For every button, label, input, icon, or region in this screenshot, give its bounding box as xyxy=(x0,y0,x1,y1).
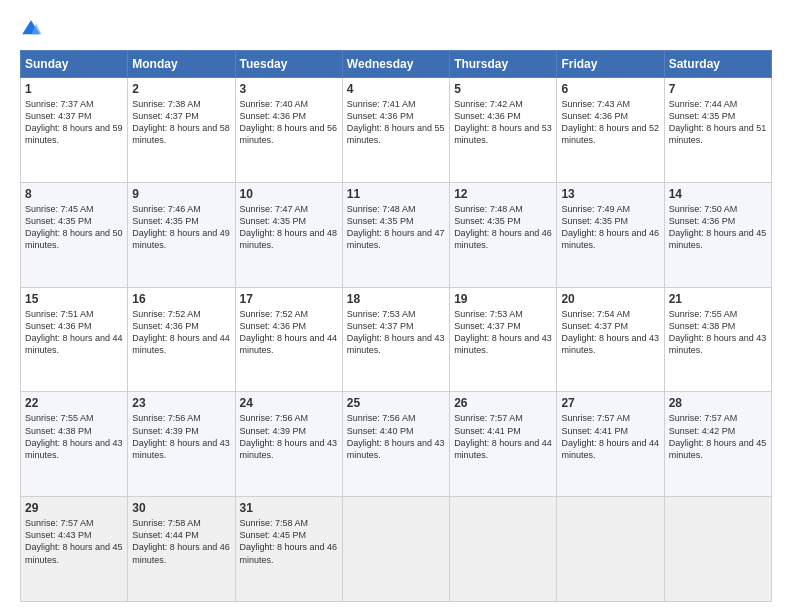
cell-info: Sunrise: 7:58 AM Sunset: 4:45 PM Dayligh… xyxy=(240,517,338,566)
day-number: 13 xyxy=(561,187,659,201)
day-number: 10 xyxy=(240,187,338,201)
day-number: 27 xyxy=(561,396,659,410)
calendar-cell: 7Sunrise: 7:44 AM Sunset: 4:35 PM Daylig… xyxy=(664,78,771,183)
day-number: 12 xyxy=(454,187,552,201)
day-number: 17 xyxy=(240,292,338,306)
calendar-header-row: SundayMondayTuesdayWednesdayThursdayFrid… xyxy=(21,51,772,78)
cell-info: Sunrise: 7:46 AM Sunset: 4:35 PM Dayligh… xyxy=(132,203,230,252)
cell-info: Sunrise: 7:52 AM Sunset: 4:36 PM Dayligh… xyxy=(132,308,230,357)
cell-info: Sunrise: 7:37 AM Sunset: 4:37 PM Dayligh… xyxy=(25,98,123,147)
day-number: 14 xyxy=(669,187,767,201)
calendar-cell xyxy=(450,497,557,602)
day-number: 7 xyxy=(669,82,767,96)
header xyxy=(20,18,772,40)
day-number: 11 xyxy=(347,187,445,201)
calendar-cell: 3Sunrise: 7:40 AM Sunset: 4:36 PM Daylig… xyxy=(235,78,342,183)
cell-info: Sunrise: 7:55 AM Sunset: 4:38 PM Dayligh… xyxy=(25,412,123,461)
cell-info: Sunrise: 7:55 AM Sunset: 4:38 PM Dayligh… xyxy=(669,308,767,357)
day-number: 22 xyxy=(25,396,123,410)
calendar-cell: 22Sunrise: 7:55 AM Sunset: 4:38 PM Dayli… xyxy=(21,392,128,497)
calendar-cell: 12Sunrise: 7:48 AM Sunset: 4:35 PM Dayli… xyxy=(450,182,557,287)
day-number: 15 xyxy=(25,292,123,306)
calendar-day-header: Saturday xyxy=(664,51,771,78)
calendar-day-header: Tuesday xyxy=(235,51,342,78)
calendar-cell: 13Sunrise: 7:49 AM Sunset: 4:35 PM Dayli… xyxy=(557,182,664,287)
cell-info: Sunrise: 7:58 AM Sunset: 4:44 PM Dayligh… xyxy=(132,517,230,566)
page: SundayMondayTuesdayWednesdayThursdayFrid… xyxy=(0,0,792,612)
cell-info: Sunrise: 7:56 AM Sunset: 4:39 PM Dayligh… xyxy=(132,412,230,461)
day-number: 8 xyxy=(25,187,123,201)
calendar-cell: 20Sunrise: 7:54 AM Sunset: 4:37 PM Dayli… xyxy=(557,287,664,392)
day-number: 24 xyxy=(240,396,338,410)
cell-info: Sunrise: 7:41 AM Sunset: 4:36 PM Dayligh… xyxy=(347,98,445,147)
cell-info: Sunrise: 7:44 AM Sunset: 4:35 PM Dayligh… xyxy=(669,98,767,147)
calendar-cell: 19Sunrise: 7:53 AM Sunset: 4:37 PM Dayli… xyxy=(450,287,557,392)
cell-info: Sunrise: 7:56 AM Sunset: 4:39 PM Dayligh… xyxy=(240,412,338,461)
day-number: 31 xyxy=(240,501,338,515)
calendar-week-row: 22Sunrise: 7:55 AM Sunset: 4:38 PM Dayli… xyxy=(21,392,772,497)
calendar-cell: 2Sunrise: 7:38 AM Sunset: 4:37 PM Daylig… xyxy=(128,78,235,183)
calendar-week-row: 1Sunrise: 7:37 AM Sunset: 4:37 PM Daylig… xyxy=(21,78,772,183)
day-number: 1 xyxy=(25,82,123,96)
calendar-cell: 27Sunrise: 7:57 AM Sunset: 4:41 PM Dayli… xyxy=(557,392,664,497)
cell-info: Sunrise: 7:52 AM Sunset: 4:36 PM Dayligh… xyxy=(240,308,338,357)
cell-info: Sunrise: 7:53 AM Sunset: 4:37 PM Dayligh… xyxy=(347,308,445,357)
cell-info: Sunrise: 7:56 AM Sunset: 4:40 PM Dayligh… xyxy=(347,412,445,461)
cell-info: Sunrise: 7:57 AM Sunset: 4:43 PM Dayligh… xyxy=(25,517,123,566)
calendar-day-header: Thursday xyxy=(450,51,557,78)
day-number: 5 xyxy=(454,82,552,96)
day-number: 26 xyxy=(454,396,552,410)
cell-info: Sunrise: 7:40 AM Sunset: 4:36 PM Dayligh… xyxy=(240,98,338,147)
calendar-cell: 4Sunrise: 7:41 AM Sunset: 4:36 PM Daylig… xyxy=(342,78,449,183)
day-number: 18 xyxy=(347,292,445,306)
calendar-cell: 9Sunrise: 7:46 AM Sunset: 4:35 PM Daylig… xyxy=(128,182,235,287)
calendar-day-header: Monday xyxy=(128,51,235,78)
calendar-cell: 24Sunrise: 7:56 AM Sunset: 4:39 PM Dayli… xyxy=(235,392,342,497)
day-number: 2 xyxy=(132,82,230,96)
day-number: 3 xyxy=(240,82,338,96)
cell-info: Sunrise: 7:50 AM Sunset: 4:36 PM Dayligh… xyxy=(669,203,767,252)
calendar-cell: 25Sunrise: 7:56 AM Sunset: 4:40 PM Dayli… xyxy=(342,392,449,497)
day-number: 16 xyxy=(132,292,230,306)
calendar-day-header: Wednesday xyxy=(342,51,449,78)
cell-info: Sunrise: 7:47 AM Sunset: 4:35 PM Dayligh… xyxy=(240,203,338,252)
calendar-cell: 17Sunrise: 7:52 AM Sunset: 4:36 PM Dayli… xyxy=(235,287,342,392)
calendar-week-row: 8Sunrise: 7:45 AM Sunset: 4:35 PM Daylig… xyxy=(21,182,772,287)
calendar-day-header: Friday xyxy=(557,51,664,78)
day-number: 28 xyxy=(669,396,767,410)
calendar-cell: 1Sunrise: 7:37 AM Sunset: 4:37 PM Daylig… xyxy=(21,78,128,183)
calendar-cell: 10Sunrise: 7:47 AM Sunset: 4:35 PM Dayli… xyxy=(235,182,342,287)
logo-icon xyxy=(20,18,42,40)
calendar-cell xyxy=(664,497,771,602)
day-number: 23 xyxy=(132,396,230,410)
cell-info: Sunrise: 7:57 AM Sunset: 4:41 PM Dayligh… xyxy=(454,412,552,461)
cell-info: Sunrise: 7:57 AM Sunset: 4:41 PM Dayligh… xyxy=(561,412,659,461)
calendar-cell: 23Sunrise: 7:56 AM Sunset: 4:39 PM Dayli… xyxy=(128,392,235,497)
cell-info: Sunrise: 7:53 AM Sunset: 4:37 PM Dayligh… xyxy=(454,308,552,357)
calendar-week-row: 29Sunrise: 7:57 AM Sunset: 4:43 PM Dayli… xyxy=(21,497,772,602)
cell-info: Sunrise: 7:48 AM Sunset: 4:35 PM Dayligh… xyxy=(454,203,552,252)
calendar-cell xyxy=(557,497,664,602)
calendar-cell: 28Sunrise: 7:57 AM Sunset: 4:42 PM Dayli… xyxy=(664,392,771,497)
calendar-cell: 21Sunrise: 7:55 AM Sunset: 4:38 PM Dayli… xyxy=(664,287,771,392)
calendar-cell: 15Sunrise: 7:51 AM Sunset: 4:36 PM Dayli… xyxy=(21,287,128,392)
calendar-table: SundayMondayTuesdayWednesdayThursdayFrid… xyxy=(20,50,772,602)
calendar-week-row: 15Sunrise: 7:51 AM Sunset: 4:36 PM Dayli… xyxy=(21,287,772,392)
calendar-cell: 31Sunrise: 7:58 AM Sunset: 4:45 PM Dayli… xyxy=(235,497,342,602)
calendar-cell: 26Sunrise: 7:57 AM Sunset: 4:41 PM Dayli… xyxy=(450,392,557,497)
day-number: 19 xyxy=(454,292,552,306)
calendar-cell: 14Sunrise: 7:50 AM Sunset: 4:36 PM Dayli… xyxy=(664,182,771,287)
calendar-cell: 6Sunrise: 7:43 AM Sunset: 4:36 PM Daylig… xyxy=(557,78,664,183)
calendar-cell: 8Sunrise: 7:45 AM Sunset: 4:35 PM Daylig… xyxy=(21,182,128,287)
calendar-cell: 30Sunrise: 7:58 AM Sunset: 4:44 PM Dayli… xyxy=(128,497,235,602)
day-number: 9 xyxy=(132,187,230,201)
cell-info: Sunrise: 7:51 AM Sunset: 4:36 PM Dayligh… xyxy=(25,308,123,357)
day-number: 25 xyxy=(347,396,445,410)
cell-info: Sunrise: 7:48 AM Sunset: 4:35 PM Dayligh… xyxy=(347,203,445,252)
day-number: 20 xyxy=(561,292,659,306)
day-number: 6 xyxy=(561,82,659,96)
day-number: 21 xyxy=(669,292,767,306)
cell-info: Sunrise: 7:57 AM Sunset: 4:42 PM Dayligh… xyxy=(669,412,767,461)
day-number: 4 xyxy=(347,82,445,96)
cell-info: Sunrise: 7:45 AM Sunset: 4:35 PM Dayligh… xyxy=(25,203,123,252)
